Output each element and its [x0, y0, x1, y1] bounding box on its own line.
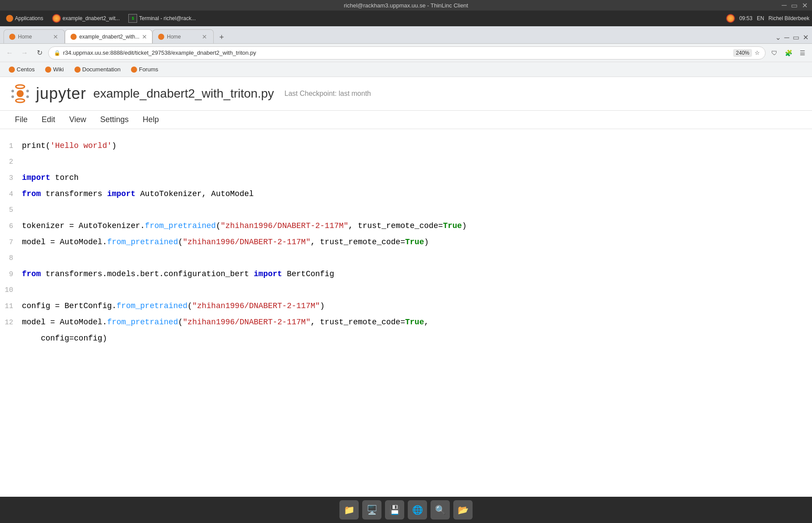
code-line-8: 8: [0, 250, 812, 266]
code-area: 1 print('Hello world') 2 3 import torch …: [0, 129, 812, 355]
code-content-13: config=config): [22, 330, 812, 346]
bookmark-centos[interactable]: Centos: [5, 65, 38, 74]
jupyter-logo-svg: [9, 82, 32, 105]
window-maximize-button[interactable]: ▭: [793, 33, 799, 42]
menu-button[interactable]: ☰: [796, 47, 808, 59]
tab-home-1[interactable]: Home ✕: [4, 29, 65, 43]
clock: 09:53: [739, 15, 752, 21]
code-content-7: model = AutoModel.from_pretrained("zhiha…: [22, 234, 812, 250]
line-num-5: 5: [0, 202, 22, 218]
taskbar-network-icon[interactable]: 🌐: [408, 500, 427, 519]
firefox-taskbar-item[interactable]: example_dnabert2_wit...: [49, 12, 124, 25]
firefox-tab-label: example_dnabert2_wit...: [63, 15, 120, 21]
address-url: r34.uppmax.uu.se:8888/edit/ticket_297538…: [63, 49, 729, 56]
svg-point-4: [26, 90, 29, 92]
menu-edit[interactable]: Edit: [35, 112, 61, 127]
bookmark-documentation[interactable]: Documentation: [71, 65, 124, 74]
bookmark-forums-label: Forums: [139, 66, 158, 73]
code-line-10: 10: [0, 282, 812, 298]
jupyter-logo: jupyter: [9, 82, 86, 105]
bookmark-star-icon[interactable]: ☆: [755, 49, 760, 56]
window-minimize-button[interactable]: ─: [784, 34, 789, 42]
terminal-tab-label: Terminal - richel@rack...: [139, 15, 196, 21]
code-content-9: from transformers.models.bert.configurat…: [22, 266, 812, 282]
terminal-taskbar-item[interactable]: $ Terminal - richel@rack...: [125, 12, 199, 25]
svg-point-5: [11, 95, 14, 98]
applications-icon: [6, 15, 13, 22]
tab-close-3[interactable]: ✕: [201, 33, 208, 40]
username: Richel Bilderbeek: [769, 15, 809, 21]
code-line-13: config=config): [0, 330, 812, 346]
back-button[interactable]: ←: [4, 47, 16, 59]
line-num-2: 2: [0, 154, 22, 170]
bookmark-wiki-label: Wiki: [53, 66, 64, 73]
jupyter-logo-text: jupyter: [36, 84, 86, 103]
line-num-9: 9: [0, 267, 22, 282]
tab-list-button[interactable]: ⌄: [775, 33, 781, 42]
tab-notebook[interactable]: example_dnabert2_with... ✕: [65, 29, 152, 43]
svg-point-0: [16, 85, 25, 88]
code-line-4: 4 from transformers import AutoTokenizer…: [0, 186, 812, 202]
svg-point-3: [11, 90, 14, 92]
menu-view[interactable]: View: [63, 112, 92, 127]
applications-label: Applications: [15, 15, 43, 21]
tab-home-3[interactable]: Home ✕: [152, 29, 214, 43]
maximize-button[interactable]: ▭: [791, 1, 798, 10]
lock-icon: 🔒: [54, 50, 60, 56]
bookmark-forums[interactable]: Forums: [127, 65, 162, 74]
close-button[interactable]: ✕: [802, 1, 808, 10]
code-line-7: 7 model = AutoModel.from_pretrained("zhi…: [0, 234, 812, 250]
bookmark-documentation-label: Documentation: [82, 66, 120, 73]
tab-favicon-1: [9, 34, 15, 40]
line-num-4: 4: [0, 186, 22, 202]
address-bar[interactable]: 🔒 r34.uppmax.uu.se:8888/edit/ticket_2975…: [48, 46, 766, 60]
tab-close-1[interactable]: ✕: [52, 33, 59, 40]
tab-bar: Home ✕ example_dnabert2_with... ✕ Home ✕…: [0, 26, 812, 44]
tab-bar-controls: ⌄ ─ ▭ ✕: [775, 33, 808, 43]
tab-favicon-3: [158, 34, 164, 40]
taskbar-files-icon[interactable]: 📁: [339, 500, 359, 519]
tab-close-2[interactable]: ✕: [142, 33, 147, 40]
code-line-12: 12 model = AutoModel.from_pretrained("zh…: [0, 314, 812, 330]
taskbar-terminal-icon[interactable]: 🖥️: [362, 500, 381, 519]
applications-menu[interactable]: Applications: [3, 12, 47, 25]
shield-icon[interactable]: 🛡: [768, 47, 780, 59]
taskbar-folder-icon[interactable]: 📂: [453, 500, 473, 519]
extensions-icon[interactable]: 🧩: [782, 47, 794, 59]
forums-icon: [131, 67, 137, 73]
zoom-level: 240%: [733, 49, 752, 57]
bottom-taskbar: 📁 🖥️ 💾 🌐 🔍 📂: [0, 497, 812, 523]
browser-window: Home ✕ example_dnabert2_with... ✕ Home ✕…: [0, 26, 812, 355]
menu-file[interactable]: File: [9, 112, 34, 127]
code-line-11: 11 config = BertConfig.from_pretrained("…: [0, 298, 812, 314]
line-num-1: 1: [0, 138, 22, 154]
new-tab-button[interactable]: +: [215, 31, 228, 43]
firefox-status-icon: [726, 14, 735, 23]
code-line-5: 5: [0, 202, 812, 218]
code-line-9: 9 from transformers.models.bert.configur…: [0, 266, 812, 282]
title-bar-controls[interactable]: ─ ▭ ✕: [782, 1, 808, 10]
refresh-button[interactable]: ↻: [33, 47, 46, 59]
menu-settings[interactable]: Settings: [94, 112, 135, 127]
taskbar-save-icon[interactable]: 💾: [385, 500, 404, 519]
taskbar-search-icon[interactable]: 🔍: [431, 500, 450, 519]
language: EN: [757, 15, 764, 21]
forward-button[interactable]: →: [18, 47, 31, 59]
svg-point-2: [17, 90, 24, 97]
bookmarks-bar: Centos Wiki Documentation Forums: [0, 62, 812, 77]
nav-bar-right: 🛡 🧩 ☰: [768, 47, 808, 59]
os-taskbar-right: 09:53 EN Richel Bilderbeek: [726, 14, 809, 23]
jupyter-header: jupyter example_dnabert2_with_triton.py …: [0, 77, 812, 111]
line-num-11: 11: [0, 298, 22, 314]
title-bar-text: richel@rackham3.uppmax.uu.se - ThinLinc …: [344, 2, 468, 9]
minimize-button[interactable]: ─: [782, 1, 787, 10]
notebook-title: example_dnabert2_with_triton.py: [93, 87, 274, 101]
line-num-12: 12: [0, 315, 22, 330]
menu-help[interactable]: Help: [137, 112, 165, 127]
code-line-2: 2: [0, 154, 812, 170]
window-close-button[interactable]: ✕: [803, 33, 808, 42]
code-line-3: 3 import torch: [0, 170, 812, 186]
nav-bar: ← → ↻ 🔒 r34.uppmax.uu.se:8888/edit/ticke…: [0, 44, 812, 62]
bookmark-wiki[interactable]: Wiki: [42, 65, 67, 74]
tab-favicon-2: [71, 34, 77, 40]
